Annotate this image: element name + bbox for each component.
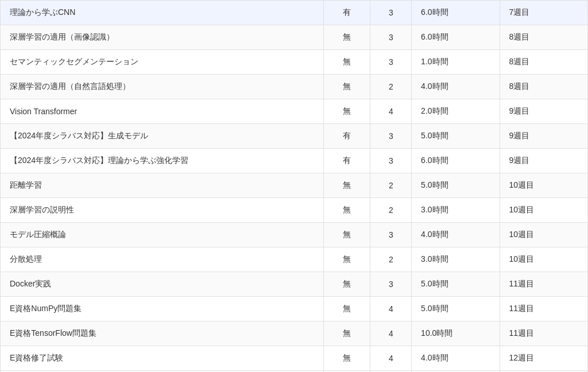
course-title: 【2024年度シラバス対応】理論から学ぶ強化学習 — [1, 149, 324, 173]
course-time: 6.0時間 — [412, 1, 500, 25]
course-week: 7週目 — [500, 1, 587, 25]
course-week: 11週目 — [500, 321, 587, 346]
course-week: 12週目 — [500, 346, 587, 371]
course-time: 5.0時間 — [412, 173, 500, 198]
course-badge: 無 — [323, 75, 370, 99]
course-week: 10週目 — [500, 198, 587, 223]
course-time: 6.0時間 — [412, 149, 500, 173]
course-title: E資格修了試験 — [1, 346, 324, 371]
course-badge: 無 — [323, 223, 370, 247]
course-count: 2 — [370, 173, 412, 198]
table-row[interactable]: Docker実践無35.0時間11週目 — [1, 272, 588, 297]
table-row[interactable]: 深層学習の適用（画像認識）無36.0時間8週目 — [1, 25, 588, 50]
course-title: 【2024年度シラバス対応】生成モデル — [1, 124, 324, 149]
course-time: 4.0時間 — [412, 223, 500, 247]
course-count: 3 — [370, 223, 412, 247]
course-time: 1.0時間 — [412, 50, 500, 75]
table-row[interactable]: 理論から学ぶCNN有36.0時間7週目 — [1, 1, 588, 25]
course-title: モデル圧縮概論 — [1, 223, 324, 247]
course-week: 10週目 — [500, 223, 587, 247]
table-row[interactable]: 深層学習の適用（自然言語処理）無24.0時間8週目 — [1, 75, 588, 99]
table-row[interactable]: セマンティックセグメンテーション無31.0時間8週目 — [1, 50, 588, 75]
course-time: 3.0時間 — [412, 247, 500, 272]
course-count: 2 — [370, 247, 412, 272]
course-count: 3 — [370, 149, 412, 173]
table-row[interactable]: E資格NumPy問題集無45.0時間11週目 — [1, 297, 588, 321]
course-week: 9週目 — [500, 149, 587, 173]
course-count: 4 — [370, 346, 412, 371]
table-row[interactable]: E資格修了試験無44.0時間12週目 — [1, 346, 588, 371]
course-time: 4.0時間 — [412, 75, 500, 99]
course-count: 2 — [370, 75, 412, 99]
course-count: 3 — [370, 50, 412, 75]
course-week: 8週目 — [500, 75, 587, 99]
course-badge: 無 — [323, 198, 370, 223]
course-time: 4.0時間 — [412, 346, 500, 371]
course-title: 深層学習の説明性 — [1, 198, 324, 223]
course-title: 距離学習 — [1, 173, 324, 198]
course-time: 2.0時間 — [412, 99, 500, 124]
course-badge: 無 — [323, 25, 370, 50]
course-week: 8週目 — [500, 25, 587, 50]
course-week: 9週目 — [500, 99, 587, 124]
course-week: 11週目 — [500, 272, 587, 297]
course-time: 10.0時間 — [412, 321, 500, 346]
course-week: 11週目 — [500, 297, 587, 321]
course-badge: 有 — [323, 124, 370, 149]
course-badge: 無 — [323, 99, 370, 124]
course-count: 2 — [370, 198, 412, 223]
course-title: 深層学習の適用（画像認識） — [1, 25, 324, 50]
table-row[interactable]: 【2024年度シラバス対応】理論から学ぶ強化学習有36.0時間9週目 — [1, 149, 588, 173]
table-row[interactable]: 【2024年度シラバス対応】生成モデル有35.0時間9週目 — [1, 124, 588, 149]
course-title: E資格TensorFlow問題集 — [1, 321, 324, 346]
course-title: セマンティックセグメンテーション — [1, 50, 324, 75]
course-badge: 無 — [323, 272, 370, 297]
course-time: 5.0時間 — [412, 297, 500, 321]
course-badge: 無 — [323, 297, 370, 321]
course-badge: 有 — [323, 149, 370, 173]
course-title: Vision Transformer — [1, 99, 324, 124]
course-week: 9週目 — [500, 124, 587, 149]
course-count: 4 — [370, 321, 412, 346]
table-row[interactable]: 距離学習無25.0時間10週目 — [1, 173, 588, 198]
table-row[interactable]: E資格TensorFlow問題集無410.0時間11週目 — [1, 321, 588, 346]
course-badge: 無 — [323, 50, 370, 75]
course-badge: 有 — [323, 1, 370, 25]
course-title: Docker実践 — [1, 272, 324, 297]
course-title: 深層学習の適用（自然言語処理） — [1, 75, 324, 99]
course-count: 3 — [370, 25, 412, 50]
course-title: E資格NumPy問題集 — [1, 297, 324, 321]
course-badge: 無 — [323, 346, 370, 371]
course-title: 分散処理 — [1, 247, 324, 272]
course-week: 8週目 — [500, 50, 587, 75]
table-row[interactable]: 深層学習の説明性無23.0時間10週目 — [1, 198, 588, 223]
course-table: 理論から学ぶCNN有36.0時間7週目深層学習の適用（画像認識）無36.0時間8… — [0, 0, 588, 372]
course-badge: 無 — [323, 247, 370, 272]
course-time: 5.0時間 — [412, 124, 500, 149]
course-time: 3.0時間 — [412, 198, 500, 223]
course-badge: 無 — [323, 173, 370, 198]
course-badge: 無 — [323, 321, 370, 346]
course-time: 6.0時間 — [412, 25, 500, 50]
course-time: 5.0時間 — [412, 272, 500, 297]
course-count: 4 — [370, 297, 412, 321]
course-title: 理論から学ぶCNN — [1, 1, 324, 25]
table-row[interactable]: モデル圧縮概論無34.0時間10週目 — [1, 223, 588, 247]
course-count: 3 — [370, 124, 412, 149]
course-count: 3 — [370, 1, 412, 25]
course-week: 10週目 — [500, 173, 587, 198]
course-count: 4 — [370, 99, 412, 124]
course-week: 10週目 — [500, 247, 587, 272]
table-container: 理論から学ぶCNN有36.0時間7週目深層学習の適用（画像認識）無36.0時間8… — [0, 0, 588, 372]
course-count: 3 — [370, 272, 412, 297]
table-row[interactable]: 分散処理無23.0時間10週目 — [1, 247, 588, 272]
table-row[interactable]: Vision Transformer無42.0時間9週目 — [1, 99, 588, 124]
